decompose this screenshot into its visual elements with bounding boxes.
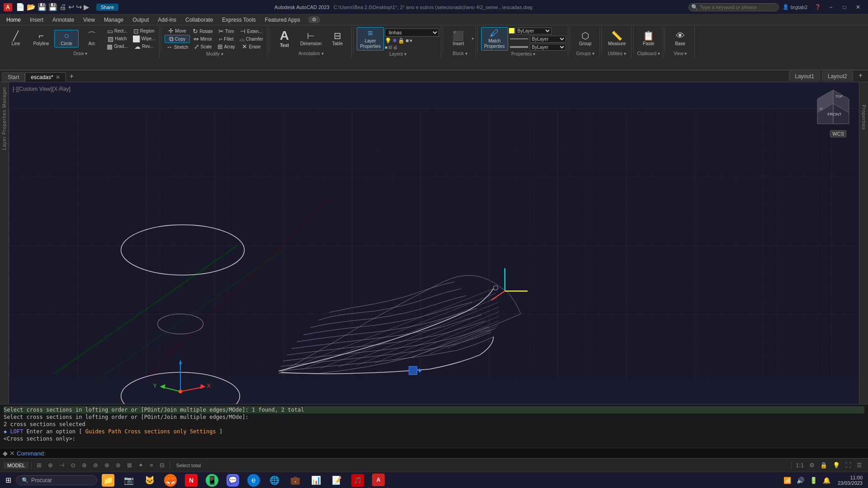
- menu-home[interactable]: Home: [2, 16, 25, 24]
- arc-button[interactable]: ⌒ Arc: [80, 30, 104, 47]
- ortho-icon[interactable]: ⊣: [57, 461, 66, 469]
- match-properties-button[interactable]: 🖊 MatchProperties: [481, 27, 508, 51]
- close-button[interactable]: ✕: [852, 2, 864, 12]
- layer-properties-button[interactable]: ≡ LayerProperties: [357, 27, 384, 51]
- layer-more-icon[interactable]: ▾: [410, 38, 412, 44]
- erase-button[interactable]: ✕Erase: [238, 43, 265, 50]
- ducs-icon[interactable]: ⊠: [125, 461, 134, 469]
- groups-group-label[interactable]: Groups: [573, 50, 598, 57]
- workspace-switcher[interactable]: ⚙: [308, 16, 320, 23]
- trim-button[interactable]: ✂Trim: [216, 28, 237, 35]
- layer-fill-icon[interactable]: ⊟: [388, 45, 392, 50]
- menu-express-tools[interactable]: Express Tools: [217, 16, 260, 24]
- bylayer-lineweight-dropdown[interactable]: ByLayer: [530, 44, 566, 51]
- text-button[interactable]: A Text: [272, 28, 297, 49]
- revision-cloud-button[interactable]: ☁Rev...: [131, 43, 157, 50]
- start-tab[interactable]: Start: [2, 72, 25, 82]
- array-button[interactable]: ⊞Array: [216, 43, 237, 50]
- layers-group-label[interactable]: Layers: [357, 51, 439, 57]
- taskbar-netflix[interactable]: N: [181, 472, 201, 488]
- start-button[interactable]: ⊞: [2, 474, 15, 486]
- help-icon[interactable]: ❓: [815, 4, 821, 10]
- command-input[interactable]: [47, 450, 865, 456]
- taskbar-file-explorer[interactable]: 📁: [98, 472, 118, 488]
- bylayer-linetype-dropdown[interactable]: ByLayer: [530, 36, 566, 42]
- stretch-button[interactable]: ↔Stretch: [165, 43, 190, 51]
- fillet-button[interactable]: ⌐Fillet: [216, 35, 237, 42]
- taskbar-whatsapp[interactable]: 📱: [202, 472, 222, 488]
- taskbar-app8[interactable]: 🌐: [264, 472, 284, 488]
- menu-collaborate[interactable]: Collaborate: [181, 16, 217, 24]
- status-model[interactable]: MODEL: [4, 462, 28, 469]
- layer-print-icon[interactable]: 🖨: [393, 45, 397, 50]
- menu-featured-apps[interactable]: Featured Apps: [260, 16, 305, 24]
- taskbar-app3[interactable]: 🐱: [140, 472, 160, 488]
- polyline-button[interactable]: ⌐ Polyline: [29, 30, 53, 47]
- minimize-button[interactable]: −: [825, 2, 837, 12]
- rotate-button[interactable]: ↻Rotate: [191, 28, 214, 35]
- taskbar-edge[interactable]: e: [244, 472, 264, 488]
- wcs-label[interactable]: WCS: [830, 130, 846, 137]
- block-more-icon[interactable]: ▾: [472, 36, 474, 41]
- share-arrow-icon[interactable]: ▶: [84, 3, 89, 11]
- cmd-prev-icon[interactable]: ◆: [3, 450, 8, 457]
- paste-button[interactable]: 📋 Paste: [637, 30, 661, 47]
- modify-group-label[interactable]: Modify: [165, 51, 265, 57]
- new-file-icon[interactable]: 📄: [16, 3, 25, 11]
- taskbar-firefox[interactable]: 🦊: [160, 472, 180, 488]
- rectangle-button[interactable]: ▭Rect...: [105, 28, 130, 35]
- maximize-button[interactable]: □: [838, 2, 851, 12]
- line-button[interactable]: ╱ Line: [4, 30, 28, 47]
- osnap-icon[interactable]: ⊛: [113, 461, 123, 469]
- taskbar-app10[interactable]: 📊: [306, 472, 326, 488]
- otrack-icon[interactable]: ⊚: [91, 461, 100, 469]
- new-tab-button[interactable]: +: [66, 71, 77, 82]
- menu-annotate[interactable]: Annotate: [48, 16, 79, 24]
- taskbar-app11[interactable]: 📝: [327, 472, 347, 488]
- scale-button[interactable]: ⤢Scale: [191, 43, 214, 50]
- measure-button[interactable]: 📏 Measure: [605, 30, 629, 47]
- dyn-icon[interactable]: ✦: [136, 461, 146, 469]
- undo-icon[interactable]: ↩: [68, 3, 74, 11]
- snap-grid-icon[interactable]: ⊞: [34, 461, 44, 469]
- print-icon[interactable]: 🖨: [59, 3, 66, 11]
- select-total[interactable]: Select total: [173, 462, 204, 469]
- lock-icon[interactable]: 🔒: [818, 461, 830, 469]
- taskbar-autocad[interactable]: A: [368, 472, 388, 488]
- menu-view[interactable]: View: [79, 16, 99, 24]
- viewport[interactable]: [-][Custom View][X-Ray]: [9, 82, 859, 404]
- snap-icon[interactable]: ⊕: [46, 461, 55, 469]
- taskbar-app9[interactable]: 💼: [285, 472, 305, 488]
- view-group-label[interactable]: View: [668, 50, 693, 57]
- insert-block-button[interactable]: ⬛ Insert: [446, 30, 471, 47]
- escadas-tab[interactable]: escadas* ✕: [25, 72, 66, 82]
- lwt-icon[interactable]: ≡: [147, 461, 156, 469]
- open-file-icon[interactable]: 📂: [27, 3, 36, 11]
- system-clock[interactable]: 11:00 23/03/2023: [834, 475, 866, 486]
- settings-icon[interactable]: ⚙: [807, 461, 817, 469]
- notification-bell-icon[interactable]: 🔔: [821, 476, 832, 485]
- layer-freeze-icon[interactable]: ❄: [392, 38, 397, 44]
- extend-button[interactable]: ⊣Exten...: [238, 28, 265, 35]
- table-button[interactable]: ⊟ Table: [325, 30, 349, 47]
- layer-lock-icon[interactable]: 🔒: [398, 38, 405, 44]
- annotation-group-label[interactable]: Annotation: [272, 50, 349, 57]
- clipboard-group-label[interactable]: Clipboard: [637, 50, 661, 57]
- network-icon[interactable]: 📶: [782, 476, 793, 485]
- tmodel-icon[interactable]: ⊟: [157, 461, 167, 469]
- region-button[interactable]: ⊡Region: [131, 28, 157, 35]
- isolate-icon[interactable]: 💡: [830, 461, 842, 469]
- redo-icon[interactable]: ↪: [76, 3, 82, 11]
- polar-icon[interactable]: ⊙: [68, 461, 78, 469]
- menu-manage[interactable]: Manage: [99, 16, 128, 24]
- taskbar-search[interactable]: 🔍 Procurar: [16, 475, 97, 485]
- group-button[interactable]: ⬡ Group: [573, 30, 598, 47]
- hatch-button[interactable]: ▨Hatch: [105, 35, 130, 42]
- menu-insert[interactable]: Insert: [25, 16, 48, 24]
- block-group-label[interactable]: Block: [446, 50, 474, 57]
- layer-props-panel-label[interactable]: Layer Properties Manager: [2, 87, 7, 150]
- properties-group-label[interactable]: Properties: [481, 51, 566, 57]
- save-icon[interactable]: 💾: [38, 3, 47, 11]
- search-input[interactable]: [689, 3, 779, 11]
- taskbar-discord[interactable]: 💬: [223, 472, 243, 488]
